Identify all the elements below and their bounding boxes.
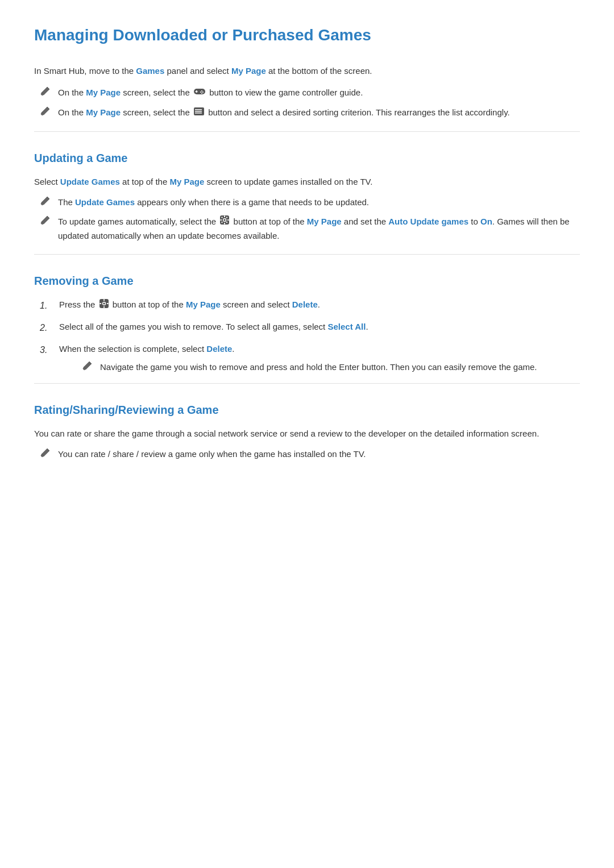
delete-link-1: Delete	[292, 300, 318, 309]
updating-bullet-1-text: The Update Games appears only when there…	[58, 196, 369, 209]
svg-point-3	[201, 90, 202, 92]
updating-bullet-1: The Update Games appears only when there…	[34, 196, 580, 209]
games-link: Games	[136, 66, 164, 76]
pencil-icon-2	[40, 106, 52, 119]
svg-rect-16	[227, 219, 229, 221]
svg-rect-24	[103, 306, 105, 308]
gear-icon-1	[219, 215, 230, 229]
my-page-ref-5: My Page	[186, 300, 221, 309]
update-games-link-1: Update Games	[60, 177, 120, 186]
svg-point-4	[202, 92, 204, 93]
section-title-updating: Updating a Game	[34, 149, 580, 167]
pencil-icon-1	[40, 86, 52, 99]
svg-rect-8	[195, 109, 202, 110]
intro-bullet-list: On the My Page screen, select the button…	[34, 86, 580, 120]
section-title-removing: Removing a Game	[34, 272, 580, 290]
svg-rect-15	[221, 219, 222, 221]
intro-bullet-2: On the My Page screen, select the button…	[34, 106, 580, 120]
pencil-icon-5	[82, 361, 94, 373]
intro-paragraph: In Smart Hub, move to the Games panel an…	[34, 64, 580, 78]
my-page-ref-2: My Page	[86, 107, 121, 117]
removing-step-2: 2. Select all of the games you wish to r…	[40, 320, 580, 335]
my-page-ref-1: My Page	[86, 88, 121, 97]
step-3-sub-bullet: Navigate the game you wish to remove and…	[82, 360, 537, 374]
page-title: Managing Downloaded or Purchased Games	[34, 23, 580, 53]
auto-update-link: Auto Update games	[388, 217, 468, 226]
svg-rect-14	[224, 223, 225, 225]
sub-bullet-item: Navigate the game you wish to remove and…	[82, 360, 537, 374]
select-all-link: Select All	[327, 322, 366, 331]
my-page-link: My Page	[231, 66, 266, 76]
intro-bullet-2-text: On the My Page screen, select the button…	[58, 106, 510, 120]
intro-bullet-1: On the My Page screen, select the button…	[34, 86, 580, 100]
controller-icon	[193, 86, 206, 100]
section-title-rating: Rating/Sharing/Reviewing a Game	[34, 401, 580, 419]
my-page-ref-4: My Page	[307, 217, 342, 226]
svg-point-5	[200, 92, 201, 93]
removing-step-3-text: When the selection is complete, select D…	[59, 342, 537, 374]
pencil-icon-6	[40, 448, 52, 460]
section-divider-3	[34, 383, 580, 384]
delete-link-2: Delete	[206, 344, 232, 354]
section-divider-1	[34, 131, 580, 132]
svg-rect-2	[195, 91, 197, 92]
removing-step-1: 1. Press the button at top of the My Pag…	[40, 298, 580, 313]
svg-rect-26	[107, 303, 109, 304]
updating-bullet-2: To update games automatically, select th…	[34, 215, 580, 243]
updating-bullet-2-text: To update games automatically, select th…	[58, 215, 580, 243]
section-divider-2	[34, 254, 580, 255]
rating-bullet-1: You can rate / share / review a game onl…	[34, 447, 580, 461]
step-number-3: 3.	[40, 342, 56, 358]
intro-bullet-1-text: On the My Page screen, select the button…	[58, 86, 363, 100]
pencil-icon-3	[40, 196, 52, 209]
step-number-2: 2.	[40, 320, 56, 335]
update-games-link-2: Update Games	[75, 197, 135, 207]
removing-step-2-text: Select all of the games you wish to remo…	[59, 320, 368, 334]
list-sort-icon	[193, 106, 205, 120]
step-number-1: 1.	[40, 298, 56, 313]
svg-rect-13	[224, 216, 225, 218]
sub-bullet-text: Navigate the game you wish to remove and…	[100, 360, 537, 374]
svg-rect-25	[99, 303, 101, 304]
my-page-ref-3: My Page	[169, 177, 204, 186]
svg-point-6	[201, 93, 202, 94]
svg-rect-9	[195, 111, 202, 112]
rating-intro-text: You can rate or share the game through a…	[34, 427, 580, 441]
removing-steps-list: 1. Press the button at top of the My Pag…	[34, 298, 580, 373]
removing-step-3: 3. When the selection is complete, selec…	[40, 342, 580, 374]
rating-bullet-list: You can rate / share / review a game onl…	[34, 447, 580, 461]
pencil-icon-4	[40, 215, 52, 228]
rating-bullet-1-text: You can rate / share / review a game onl…	[58, 447, 366, 461]
gear-icon-2	[99, 298, 109, 313]
svg-rect-10	[195, 113, 202, 114]
updating-bullet-list: The Update Games appears only when there…	[34, 196, 580, 243]
removing-step-1-text: Press the button at top of the My Page s…	[59, 298, 320, 313]
updating-intro-text: Select Update Games at top of the My Pag…	[34, 175, 580, 189]
svg-rect-23	[103, 299, 105, 301]
on-link: On	[480, 217, 492, 226]
